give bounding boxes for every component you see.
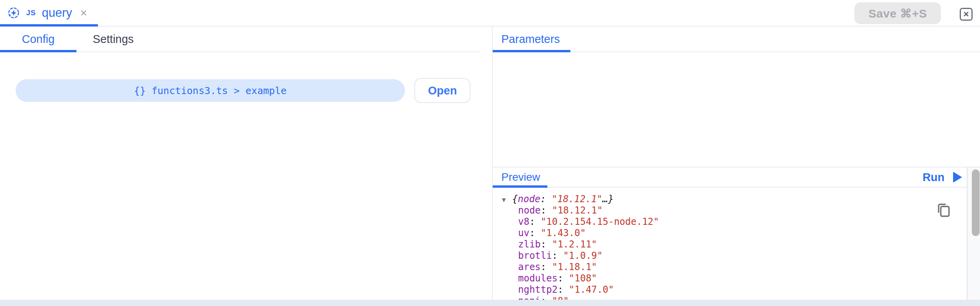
query-tab[interactable]: JS query × [0, 0, 98, 26]
json-entry-row: uv: "1.43.0" [501, 228, 967, 239]
run-button[interactable]: Run [923, 171, 962, 184]
function-binding-chip: {} functions3.ts > example [16, 79, 405, 102]
play-icon [953, 172, 962, 183]
app-window: JS query × Save ⌘+S ✕ Config Settings {}… [0, 0, 980, 306]
json-key: napi [518, 295, 541, 300]
run-panel: Parameters Preview Run ▼{node: "18.12.1"… [493, 27, 980, 300]
parameters-empty-area [493, 52, 980, 167]
json-key: zlib [518, 239, 541, 250]
right-tabbar: Parameters [493, 27, 980, 52]
json-value: "1.43.0" [541, 228, 586, 238]
expander-triangle-icon[interactable]: ▼ [501, 194, 507, 206]
root-key: node [518, 194, 540, 205]
scrollbar-thumb[interactable] [972, 169, 980, 236]
json-colon: : [557, 284, 569, 295]
json-value: "108" [569, 273, 597, 284]
json-entry-row: napi: "8" [501, 295, 967, 300]
json-value: "1.47.0" [569, 284, 614, 295]
json-value: "18.12.1" [552, 205, 603, 216]
run-label: Run [923, 171, 944, 184]
json-colon: : [541, 239, 552, 250]
json-value: "10.2.154.15-node.12" [541, 216, 659, 227]
json-colon: : [541, 262, 552, 272]
config-content: {} functions3.ts > example Open [0, 52, 492, 103]
json-key: uv [518, 228, 529, 238]
json-value: "1.2.11" [552, 239, 597, 250]
root-value: "18.12.1" [552, 194, 602, 205]
save-button[interactable]: Save ⌘+S [854, 2, 941, 24]
json-key: modules [518, 273, 557, 284]
json-colon: : [552, 250, 563, 261]
json-entry-row: node: "18.12.1" [501, 205, 967, 216]
tab-preview[interactable]: Preview [493, 167, 547, 187]
json-key: v8 [518, 216, 529, 227]
json-value: "1.18.1" [552, 262, 597, 272]
preview-header-row: Preview Run [493, 167, 967, 188]
json-entry-row: zlib: "1.2.11" [501, 239, 967, 250]
bottom-dock-edge [0, 300, 980, 306]
root-open-brace: { [512, 194, 518, 205]
editor-header: JS query × Save ⌘+S ✕ [0, 0, 980, 27]
json-key: nghttp2 [518, 284, 557, 295]
root-colon: : [540, 194, 552, 205]
js-badge: JS [26, 9, 36, 17]
tab-parameters[interactable]: Parameters [493, 27, 570, 52]
json-entry-row: modules: "108" [501, 273, 967, 284]
json-key: ares [518, 262, 541, 272]
json-colon: : [557, 273, 569, 284]
json-entry-row: ares: "1.18.1" [501, 262, 967, 273]
json-value: "1.0.9" [563, 250, 603, 261]
json-colon: : [541, 295, 552, 300]
module-sync-icon [7, 6, 20, 20]
preview-section: Preview Run ▼{node: "18.12.1"…} node: "1… [493, 167, 980, 300]
copy-icon[interactable] [936, 202, 952, 218]
tab-settings[interactable]: Settings [76, 27, 150, 52]
json-entry-row: v8: "10.2.154.15-node.12" [501, 216, 967, 228]
json-entries: node: "18.12.1" v8: "10.2.154.15-node.12… [501, 205, 967, 300]
open-button[interactable]: Open [414, 78, 470, 103]
json-colon: : [541, 205, 552, 216]
json-colon: : [529, 228, 541, 238]
json-colon: : [529, 216, 541, 227]
main-split: Config Settings {} functions3.ts > examp… [0, 27, 980, 300]
root-ellipsis-brace: …} [602, 194, 614, 205]
json-entry-row: nghttp2: "1.47.0" [501, 284, 967, 295]
left-tabbar: Config Settings [0, 27, 480, 52]
tab-close-icon[interactable]: × [80, 7, 87, 19]
json-key: node [518, 205, 541, 216]
tab-config[interactable]: Config [0, 27, 76, 52]
json-preview-output: ▼{node: "18.12.1"…} node: "18.12.1" v8: … [493, 188, 967, 300]
window-close-icon[interactable]: ✕ [960, 8, 973, 21]
scrollbar-track[interactable] [967, 167, 980, 300]
json-entry-row: brotli: "1.0.9" [501, 250, 967, 262]
query-tab-title: query [42, 6, 72, 20]
json-value: "8" [552, 295, 569, 300]
json-root-row: ▼{node: "18.12.1"…} [501, 194, 967, 205]
json-key: brotli [518, 250, 552, 261]
config-panel: Config Settings {} functions3.ts > examp… [0, 27, 493, 300]
